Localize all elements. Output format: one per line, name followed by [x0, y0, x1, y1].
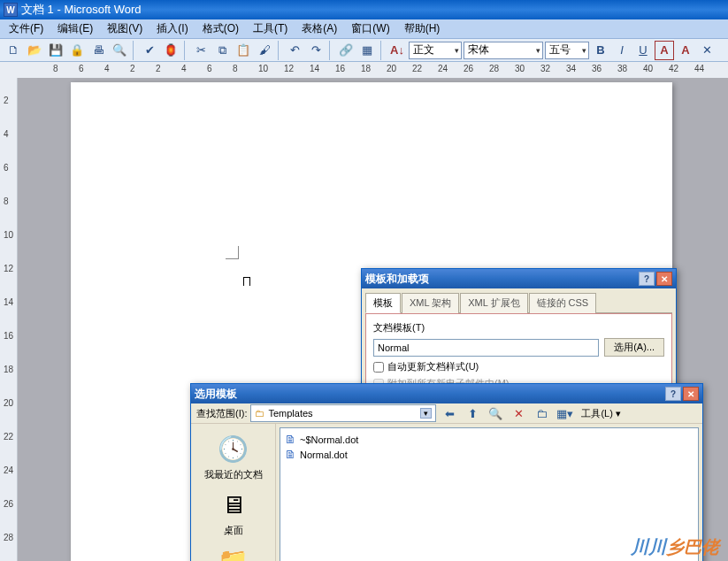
checkbox-label: 自动更新文档样式(U) [387, 360, 479, 373]
dialog-titlebar[interactable]: 选用模板 ? ✕ [191, 384, 702, 403]
mydocs-icon: 📁 [216, 542, 251, 561]
places-bar: 🕓 我最近的文档 🖥 桌面 📁 我的文档 [191, 424, 276, 561]
font-grow-icon[interactable]: A↓ [387, 41, 407, 60]
paste-icon[interactable]: 📋 [234, 41, 253, 60]
ruler-tick: 18 [361, 64, 371, 73]
desktop-icon: 🖥 [216, 487, 251, 522]
help-button[interactable]: ? [639, 272, 655, 286]
new-folder-icon[interactable]: 🗀 [532, 403, 551, 423]
place-mydocs[interactable]: 📁 我的文档 [198, 542, 269, 561]
menu-help[interactable]: 帮助(H) [397, 19, 448, 38]
delete-icon[interactable]: ✕ [509, 403, 528, 423]
back-icon[interactable]: ⬅ [440, 403, 459, 423]
italic-button[interactable]: I [612, 41, 632, 60]
dialog-titlebar[interactable]: 模板和加载项 ? ✕ [362, 269, 676, 288]
font-select[interactable]: 宋体 [464, 42, 543, 59]
new-doc-icon[interactable]: 🗋 [4, 41, 23, 60]
spell-icon[interactable]: ✔ [140, 41, 159, 60]
watermark: 川川乡巴佬 — www.386w.com — [631, 535, 719, 561]
tab-xml-expansion[interactable]: XML 扩展包 [460, 293, 527, 313]
tools-menu[interactable]: 工具(L) ▾ [581, 407, 621, 420]
ruler-tick: 40 [643, 64, 653, 73]
ruler-tick: 20 [387, 64, 396, 73]
standard-toolbar: 🗋 📂 💾 🔒 🖶 🔍 ✔ 🏮 ✂ ⧉ 📋 🖌 ↶ ↷ 🔗 ▦ A↓ 正文 宋体… [0, 39, 728, 62]
ruler-tick: 10 [258, 64, 268, 73]
style-select[interactable]: 正文 [409, 42, 462, 59]
ruler-tick: 8 [53, 64, 58, 73]
menu-insert[interactable]: 插入(I) [149, 19, 195, 38]
open-icon[interactable]: 📂 [25, 41, 44, 60]
ruler-tick: 6 [79, 64, 84, 73]
up-icon[interactable]: ⬆ [463, 403, 482, 423]
close-button[interactable]: ✕ [683, 387, 699, 401]
ruler-tick: 28 [4, 533, 13, 542]
views-icon[interactable]: ▦▾ [555, 403, 574, 423]
ruler-tick: 2 [4, 96, 9, 105]
look-in-label: 查找范围(I): [196, 407, 247, 420]
style-value: 正文 [413, 42, 434, 58]
close-button[interactable]: ✕ [656, 272, 672, 286]
menu-file[interactable]: 文件(F) [2, 19, 50, 38]
menu-tools[interactable]: 工具(T) [246, 19, 295, 38]
save-icon[interactable]: 💾 [46, 41, 65, 60]
horizontal-ruler[interactable]: 8642246810121416182022242628303234363840… [53, 62, 728, 78]
tab-linked-css[interactable]: 链接的 CSS [529, 293, 597, 313]
menu-window[interactable]: 窗口(W) [344, 19, 396, 38]
print-icon[interactable]: 🖶 [88, 41, 108, 60]
word-app-icon: W [4, 3, 18, 17]
list-item[interactable]: 🗎 Normal.dot [284, 447, 694, 462]
ruler-tick: 16 [335, 64, 345, 73]
tab-template[interactable]: 模板 [365, 293, 401, 313]
bold-button[interactable]: B [591, 41, 610, 60]
app-title: 文档 1 - Microsoft Word [21, 2, 142, 18]
place-recent[interactable]: 🕓 我最近的文档 [198, 431, 269, 481]
help-button[interactable]: ? [665, 387, 681, 401]
redo-icon[interactable]: ↷ [306, 41, 326, 60]
char-border-button[interactable]: A [655, 41, 674, 60]
auto-update-styles-checkbox[interactable]: 自动更新文档样式(U) [373, 360, 664, 373]
menu-view[interactable]: 视图(V) [100, 19, 149, 38]
list-item[interactable]: 🗎 ~$Normal.dot [284, 432, 694, 447]
more-fmt-icon[interactable]: ✕ [697, 41, 717, 60]
undo-icon[interactable]: ↶ [285, 41, 304, 60]
ruler-corner [0, 62, 53, 78]
look-in-combo[interactable]: 🗀 Templates [250, 404, 436, 422]
ruler-tick: 4 [4, 129, 9, 139]
search-icon[interactable]: 🔍 [486, 403, 505, 423]
hyperlink-icon[interactable]: 🔗 [336, 41, 356, 60]
folder-icon: 🗀 [255, 408, 264, 419]
research-icon[interactable]: 🏮 [161, 41, 180, 60]
dialog-title: 选用模板 [195, 387, 237, 402]
size-select[interactable]: 五号 [545, 42, 589, 59]
ruler-tick: 24 [438, 64, 448, 73]
tab-xml-schema[interactable]: XML 架构 [402, 293, 459, 313]
table-icon[interactable]: ▦ [357, 41, 377, 60]
ruler-tick: 18 [4, 365, 13, 374]
format-painter-icon[interactable]: 🖌 [255, 41, 274, 60]
margin-corner-icon [226, 246, 239, 259]
template-path-input[interactable] [373, 339, 599, 357]
ruler-tick: 22 [4, 432, 13, 442]
toolbar-sep [184, 41, 188, 60]
menu-format[interactable]: 格式(O) [195, 19, 246, 38]
file-name: ~$Normal.dot [300, 434, 358, 445]
permission-icon[interactable]: 🔒 [67, 41, 87, 60]
menu-edit[interactable]: 编辑(E) [50, 19, 100, 38]
ruler-tick: 36 [592, 64, 602, 73]
ruler-tick: 30 [515, 64, 525, 73]
underline-button[interactable]: U [633, 41, 653, 60]
checkbox-input[interactable] [373, 362, 384, 373]
cut-icon[interactable]: ✂ [191, 41, 211, 60]
copy-icon[interactable]: ⧉ [212, 41, 232, 60]
place-label: 我最近的文档 [204, 468, 263, 481]
place-desktop[interactable]: 🖥 桌面 [198, 487, 269, 537]
preview-icon[interactable]: 🔍 [110, 41, 129, 60]
attach-button[interactable]: 选用(A)... [604, 338, 664, 357]
attach-template-dialog: 选用模板 ? ✕ 查找范围(I): 🗀 Templates ⬅ ⬆ 🔍 [190, 383, 703, 561]
ruler-tick: 34 [566, 64, 576, 73]
vertical-ruler[interactable]: 246810121416182022242628 [0, 78, 18, 561]
workspace: 模板和加载项 ? ✕ 模板 XML 架构 XML 扩展包 链接的 CSS 文档模… [18, 78, 728, 561]
char-shading-button[interactable]: A [676, 41, 695, 60]
menu-table[interactable]: 表格(A) [295, 19, 344, 38]
size-value: 五号 [549, 42, 571, 58]
